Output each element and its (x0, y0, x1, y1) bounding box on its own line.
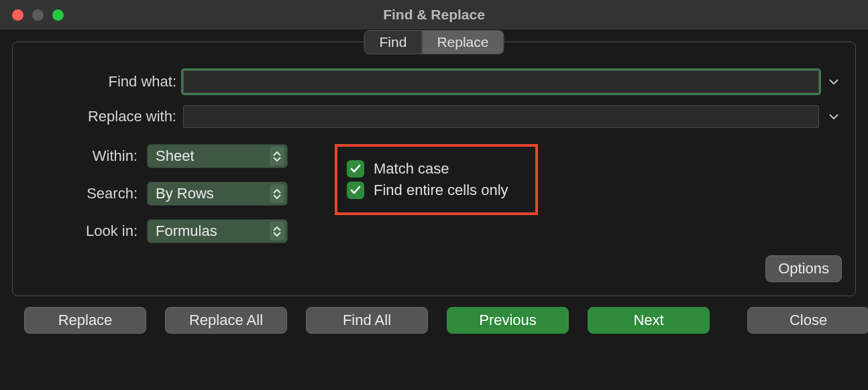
replace-with-input[interactable] (183, 105, 819, 128)
find-all-button[interactable]: Find All (306, 307, 428, 334)
mode-tabs: Find Replace (364, 30, 504, 54)
within-label: Within: (26, 147, 138, 165)
checkmark-icon (350, 186, 361, 195)
updown-stepper-icon (270, 147, 284, 166)
updown-stepper-icon (270, 222, 284, 241)
match-case-checkbox[interactable] (347, 160, 364, 178)
replace-with-label: Replace with: (26, 108, 176, 125)
within-value: Sheet (156, 147, 195, 165)
dialog-footer: Replace Replace All Find All Previous Ne… (12, 296, 856, 334)
search-value: By Rows (156, 185, 214, 202)
entire-cells-label: Find entire cells only (374, 182, 508, 199)
close-window-button[interactable] (12, 9, 23, 21)
search-select[interactable]: By Rows (147, 182, 288, 206)
match-case-label: Match case (374, 160, 449, 178)
find-what-label: Find what: (26, 73, 176, 90)
find-what-history-dropdown[interactable] (826, 79, 842, 85)
window-title: Find & Replace (0, 7, 868, 23)
window-controls (0, 9, 64, 21)
find-replace-panel: Find Replace Find what: Replace with: Wi… (12, 42, 856, 296)
replace-button[interactable]: Replace (24, 307, 146, 334)
previous-button[interactable]: Previous (447, 307, 569, 334)
find-what-input[interactable] (183, 70, 819, 93)
checkmark-icon (350, 164, 361, 174)
tab-find[interactable]: Find (365, 31, 422, 54)
within-select[interactable]: Sheet (147, 144, 288, 168)
replace-with-history-dropdown[interactable] (826, 114, 842, 120)
tab-replace[interactable]: Replace (422, 31, 503, 54)
titlebar: Find & Replace (0, 0, 868, 29)
lookin-label: Look in: (26, 222, 138, 240)
minimize-window-button[interactable] (32, 9, 44, 21)
lookin-value: Formulas (156, 222, 217, 240)
close-button[interactable]: Close (747, 307, 868, 334)
search-label: Search: (26, 185, 138, 202)
chevron-down-icon (829, 114, 838, 120)
options-button[interactable]: Options (765, 255, 842, 282)
next-button[interactable]: Next (588, 307, 710, 334)
maximize-window-button[interactable] (52, 9, 64, 21)
lookin-select[interactable]: Formulas (147, 219, 288, 243)
chevron-down-icon (829, 79, 838, 85)
replace-all-button[interactable]: Replace All (165, 307, 287, 334)
updown-stepper-icon (270, 184, 284, 203)
entire-cells-checkbox[interactable] (347, 182, 364, 199)
match-options-highlighted: Match case Find entire cells only (335, 144, 538, 215)
